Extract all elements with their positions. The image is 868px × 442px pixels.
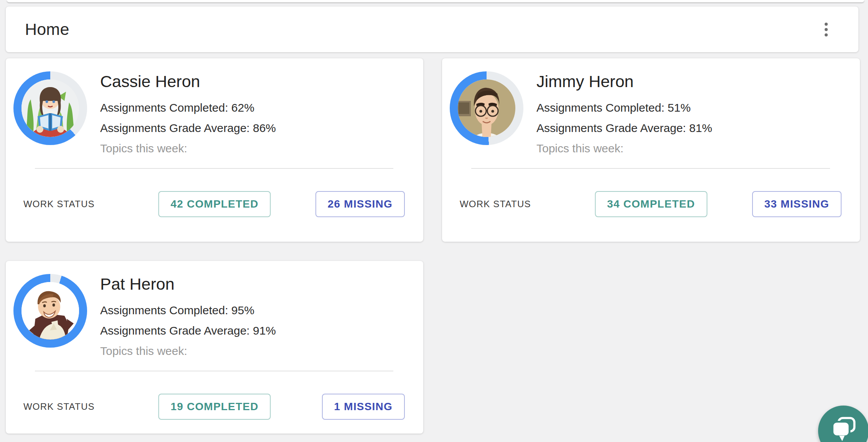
assignments-completed-text: Assignments Completed: 95%	[100, 304, 276, 317]
student-card-pat: Pat Heron Assignments Completed: 95% Ass…	[6, 261, 423, 434]
work-status-row: WORK STATUS 34 COMPLETED 33 MISSING	[442, 169, 860, 217]
missing-count-button[interactable]: 26 MISSING	[315, 191, 405, 217]
student-info: Jimmy Heron Assignments Completed: 51% A…	[536, 71, 712, 155]
chat-bubbles-icon	[829, 414, 858, 442]
student-name: Cassie Heron	[100, 72, 276, 91]
work-status-label: WORK STATUS	[460, 199, 531, 209]
assignments-completed-text: Assignments Completed: 62%	[100, 101, 276, 114]
work-status-row: WORK STATUS 42 COMPLETED 26 MISSING	[6, 169, 423, 217]
completed-count-button[interactable]: 42 COMPLETED	[158, 191, 271, 217]
topics-this-week-text: Topics this week:	[536, 142, 712, 155]
card-top-section: Cassie Heron Assignments Completed: 62% …	[6, 58, 423, 155]
pat-avatar-illustration	[21, 282, 79, 340]
card-top-section: Pat Heron Assignments Completed: 95% Ass…	[6, 261, 423, 358]
student-avatar	[21, 79, 79, 137]
completion-ring	[13, 274, 87, 348]
completion-ring	[450, 71, 523, 145]
student-info: Cassie Heron Assignments Completed: 62% …	[100, 71, 276, 155]
topics-this-week-text: Topics this week:	[100, 345, 276, 358]
student-name: Pat Heron	[100, 275, 276, 294]
assignments-completed-text: Assignments Completed: 51%	[536, 101, 712, 114]
completed-count-button[interactable]: 19 COMPLETED	[158, 394, 271, 420]
card-top-section: Jimmy Heron Assignments Completed: 51% A…	[442, 58, 860, 155]
grade-average-text: Assignments Grade Average: 86%	[100, 122, 276, 135]
work-status-row: WORK STATUS 19 COMPLETED 1 MISSING	[6, 371, 423, 420]
student-name: Jimmy Heron	[536, 72, 712, 91]
cassie-avatar-illustration	[21, 79, 79, 137]
student-avatar	[458, 79, 515, 137]
jimmy-avatar-illustration	[458, 79, 515, 137]
topics-this-week-text: Topics this week:	[100, 142, 276, 155]
student-info: Pat Heron Assignments Completed: 95% Ass…	[100, 274, 276, 358]
page-header: Home	[6, 7, 858, 52]
completion-ring	[13, 71, 87, 145]
missing-count-button[interactable]: 1 MISSING	[322, 394, 405, 420]
student-cards-grid: Cassie Heron Assignments Completed: 62% …	[6, 58, 860, 434]
student-card-cassie: Cassie Heron Assignments Completed: 62% …	[6, 58, 423, 242]
scrolled-card-bottom-edge	[7, 0, 864, 2]
page-title: Home	[25, 20, 69, 39]
student-card-jimmy: Jimmy Heron Assignments Completed: 51% A…	[442, 58, 860, 242]
grade-average-text: Assignments Grade Average: 91%	[100, 324, 276, 337]
grade-average-text: Assignments Grade Average: 81%	[536, 122, 712, 135]
work-status-label: WORK STATUS	[23, 401, 95, 412]
kebab-menu-icon[interactable]	[817, 20, 835, 39]
completed-count-button[interactable]: 34 COMPLETED	[595, 191, 707, 217]
student-avatar	[21, 282, 79, 340]
missing-count-button[interactable]: 33 MISSING	[752, 191, 842, 217]
work-status-label: WORK STATUS	[23, 199, 95, 209]
